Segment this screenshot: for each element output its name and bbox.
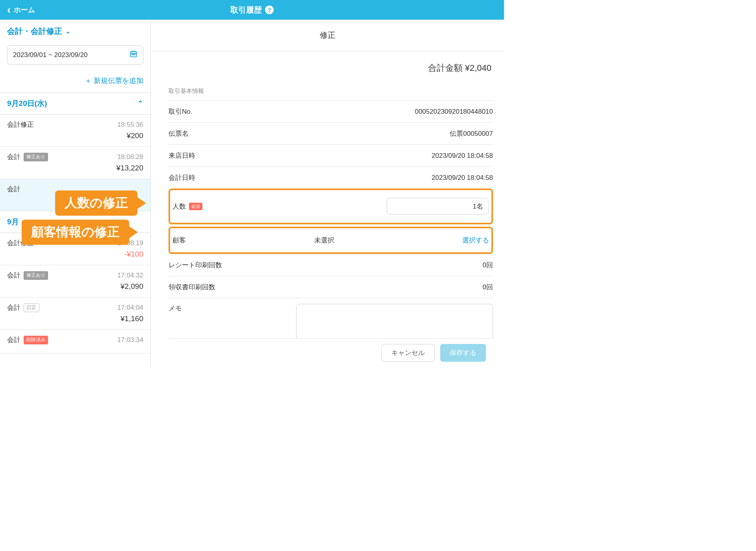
filter-dropdown[interactable]: 会計・会計修正 ⌄ (7, 26, 143, 37)
tx-amount: -¥100 (7, 250, 143, 259)
tx-badge: 修正あり (24, 153, 48, 161)
customer-status: 未選択 (314, 236, 334, 245)
tx-time: 18:55:36 (117, 121, 143, 129)
detail-panel: 修正 合計金額 ¥2,040 取引基本情報 取引No. 000520230920… (151, 20, 504, 367)
tx-badge: 訂正 (24, 303, 39, 312)
count-highlight: 人数 必須 (169, 189, 493, 224)
memo-textarea[interactable] (296, 304, 493, 338)
chevron-down-icon: ⌄ (65, 28, 70, 35)
tx-type: 会計 (7, 271, 20, 280)
tx-time: 17:04:04 (117, 304, 143, 312)
count-row: 人数 必須 (172, 192, 489, 221)
slip-name-row: 伝票名 伝票00050007 (169, 122, 493, 144)
invoice-count-row: 領収書印刷回数 0回 (169, 276, 493, 298)
date-group-label: 9月20日(水) (7, 98, 47, 109)
cancel-button[interactable]: キャンセル (382, 344, 435, 362)
add-slip-button[interactable]: ＋ 新規伝票を追加 (0, 67, 150, 93)
checkout-datetime-row: 会計日時 2023/09/20 18:04:58 (169, 166, 493, 189)
date-range-picker[interactable]: 2023/09/01 ~ 2023/09/20 (7, 45, 143, 65)
memo-row: メモ (169, 298, 493, 338)
footer-actions: キャンセル 保存する (169, 338, 493, 367)
date-group-header[interactable]: 9月20日(水) ⌃ (0, 93, 150, 115)
svg-point-6 (135, 54, 135, 55)
annotation-customer: 顧客情報の修正 (22, 220, 129, 245)
section-title: 取引基本情報 (169, 86, 493, 100)
required-badge: 必須 (189, 203, 202, 210)
tx-time: 17:03:34 (117, 336, 143, 344)
back-label: ホーム (14, 5, 35, 15)
tx-type: 会計 (7, 152, 20, 161)
annotation-count: 人数の修正 (55, 190, 137, 216)
chevron-left-icon: ‹ (7, 4, 11, 15)
transaction-item[interactable]: 会計 訂正 17:04:04 ¥1,160 (0, 298, 150, 330)
chevron-up-icon: ⌃ (137, 99, 143, 108)
count-input[interactable] (387, 198, 489, 214)
tx-badge: 削除済み (24, 336, 48, 344)
visit-datetime-row: 来店日時 2023/09/20 18:04:58 (169, 144, 493, 166)
tx-amount: ¥1,160 (7, 314, 143, 323)
svg-point-4 (132, 54, 133, 55)
help-icon[interactable]: ? (265, 6, 274, 14)
transaction-item[interactable]: 会計 修正あり 17:04:32 ¥2,090 (0, 265, 150, 298)
tx-number-row: 取引No. 000520230920180448010 (169, 100, 493, 122)
filter-label: 会計・会計修正 (7, 26, 62, 37)
tx-type: 会計 (7, 335, 20, 344)
tx-time: 17:04:32 (117, 272, 143, 279)
total-amount-row: 合計金額 ¥2,040 (169, 59, 493, 86)
transaction-item[interactable]: 会計 修正あり 18:08:28 ¥13,220 (0, 147, 150, 179)
tx-time: 18:08:28 (117, 153, 143, 161)
detail-title: 修正 (151, 20, 504, 51)
save-button[interactable]: 保存する (440, 344, 486, 362)
tx-badge: 修正あり (24, 271, 48, 280)
back-button[interactable]: ‹ ホーム (7, 4, 35, 15)
customer-row: 顧客 未選択 選択する (172, 230, 489, 251)
tx-amount: ¥200 (7, 131, 143, 140)
page-title: 取引履歴 ? (230, 5, 274, 15)
date-group-label: 9月 (7, 217, 19, 227)
tx-type: 会計 (7, 303, 20, 312)
header: ‹ ホーム 取引履歴 ? (0, 0, 504, 20)
customer-highlight: 顧客 未選択 選択する (169, 227, 493, 254)
calendar-icon (130, 50, 137, 60)
transaction-item[interactable]: 会計 削除済み 17:03:34 (0, 330, 150, 353)
tx-amount: ¥13,220 (7, 164, 143, 172)
tx-type: 会計 (7, 185, 20, 194)
svg-point-5 (133, 54, 134, 55)
tx-type: 会計修正 (7, 120, 34, 129)
transaction-item[interactable]: 会計修正 18:55:36 ¥200 (0, 115, 150, 147)
date-range-value: 2023/09/01 ~ 2023/09/20 (13, 51, 88, 59)
receipt-count-row: レシート印刷回数 0回 (169, 254, 493, 276)
tx-amount: ¥2,090 (7, 282, 143, 291)
select-customer-button[interactable]: 選択する (462, 236, 489, 245)
